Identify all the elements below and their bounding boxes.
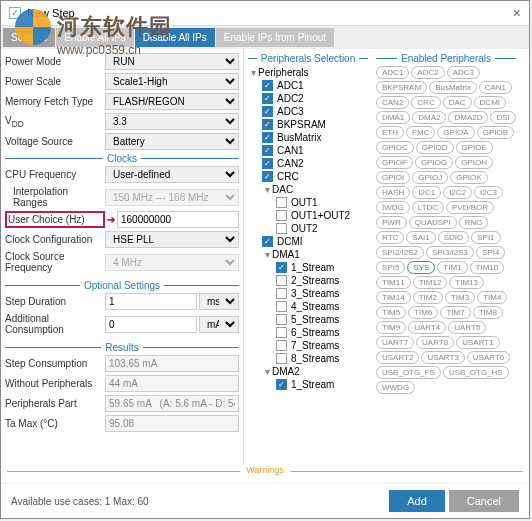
tree-label[interactable]: BusMatrix — [277, 132, 321, 143]
tree-checkbox[interactable] — [276, 275, 287, 286]
periph-chip[interactable]: USB_OTG_HS — [443, 366, 509, 379]
periph-chip[interactable]: TIM8 — [473, 306, 503, 319]
tree-label[interactable]: 8_Streams — [291, 353, 339, 364]
periph-chip[interactable]: GPIOJ — [412, 171, 448, 184]
tree-label[interactable]: BKPSRAM — [277, 119, 326, 130]
clock-cfg-select[interactable]: HSE PLL — [105, 231, 239, 248]
periph-chip[interactable]: SYS — [407, 261, 435, 274]
periph-chip[interactable]: GPIOC — [376, 141, 414, 154]
periph-chip[interactable]: SPI3/I2S3 — [426, 246, 474, 259]
tree-label[interactable]: 3_Streams — [291, 288, 339, 299]
periph-chip[interactable]: IWDG — [376, 201, 410, 214]
periph-chip[interactable]: GPIOK — [450, 171, 487, 184]
periph-chip[interactable]: TIM14 — [376, 291, 411, 304]
periph-chip[interactable]: BKPSRAM — [376, 81, 427, 94]
tree-checkbox[interactable] — [276, 340, 287, 351]
tree-checkbox[interactable]: ✓ — [262, 236, 273, 247]
periph-chip[interactable]: ADC3 — [447, 66, 480, 79]
periph-chip[interactable]: GPIOB — [477, 126, 514, 139]
periph-chip[interactable]: SPI1 — [471, 231, 500, 244]
periph-chip[interactable]: ADC1 — [376, 66, 409, 79]
periph-chip[interactable]: SAI1 — [406, 231, 435, 244]
tree-label[interactable]: ADC1 — [277, 80, 304, 91]
periph-chip[interactable]: TIM6 — [408, 306, 438, 319]
tree-label[interactable]: Peripherals — [258, 67, 309, 78]
tree-twisty-icon[interactable]: ▾ — [262, 366, 272, 377]
periph-chip[interactable]: TIM12 — [413, 276, 448, 289]
cancel-button[interactable]: Cancel — [449, 490, 519, 512]
periph-chip[interactable]: DMA1 — [376, 111, 410, 124]
tree-twisty-icon[interactable]: ▾ — [262, 184, 272, 195]
tree-label[interactable]: CRC — [277, 171, 299, 182]
periph-chip[interactable]: SPI2/I2S2 — [376, 246, 424, 259]
periph-chip[interactable]: GPIOA — [437, 126, 474, 139]
tree-checkbox[interactable]: ✓ — [262, 80, 273, 91]
periph-chip[interactable]: TIM4 — [477, 291, 507, 304]
periph-chip[interactable]: ADC2 — [411, 66, 444, 79]
step-duration-unit[interactable]: ms — [199, 293, 239, 310]
periph-chip[interactable]: USART2 — [376, 351, 419, 364]
tree-label[interactable]: DAC — [272, 184, 293, 195]
enable-all-button[interactable]: Enable All IPs — [56, 28, 134, 47]
periph-chip[interactable]: TIM10 — [470, 261, 505, 274]
periph-chip[interactable]: WWDG — [376, 381, 415, 394]
tree-checkbox[interactable]: ✓ — [262, 171, 273, 182]
periph-chip[interactable]: TIM2 — [413, 291, 443, 304]
tree-label[interactable]: OUT2 — [291, 223, 318, 234]
tree-label[interactable]: CAN1 — [277, 145, 304, 156]
tree-checkbox[interactable] — [276, 327, 287, 338]
periph-chip[interactable]: CRC — [411, 96, 440, 109]
periph-chip[interactable]: QUADSPI — [409, 216, 457, 229]
tree-label[interactable]: OUT1 — [291, 197, 318, 208]
periph-chip[interactable]: TIM11 — [376, 276, 411, 289]
tree-label[interactable]: 7_Streams — [291, 340, 339, 351]
periph-chip[interactable]: USART6 — [467, 351, 510, 364]
user-choice-input[interactable] — [117, 211, 239, 228]
periph-chip[interactable]: BusMatrix — [429, 81, 477, 94]
periph-chip[interactable]: USART3 — [421, 351, 464, 364]
step-duration-input[interactable] — [105, 293, 197, 310]
periph-chip[interactable]: GPIOD — [416, 141, 454, 154]
tree-checkbox[interactable]: ✓ — [262, 145, 273, 156]
tree-label[interactable]: 5_Streams — [291, 314, 339, 325]
vdd-select[interactable]: 3.3 — [105, 113, 239, 130]
periph-chip[interactable]: USB_OTG_FS — [376, 366, 441, 379]
periph-chip[interactable]: UART5 — [448, 321, 486, 334]
tree-checkbox[interactable] — [276, 353, 287, 364]
periph-chip[interactable]: SPI4 — [476, 246, 505, 259]
disable-all-button[interactable]: Disable All IPs — [135, 28, 215, 47]
periph-chip[interactable]: TIM13 — [449, 276, 484, 289]
tree-checkbox[interactable]: ✓ — [276, 262, 287, 273]
enable-pinout-button[interactable]: Enable IPs from Pinout — [216, 28, 334, 47]
periph-chip[interactable]: DSI — [490, 111, 515, 124]
periph-chip[interactable]: SDIO — [438, 231, 470, 244]
tree-checkbox[interactable] — [276, 223, 287, 234]
tree-label[interactable]: 1_Stream — [291, 379, 334, 390]
periph-chip[interactable]: TIM5 — [376, 306, 406, 319]
add-button[interactable]: Add — [389, 490, 445, 512]
periph-chip[interactable]: DCMI — [474, 96, 506, 109]
periph-chip[interactable]: UART8 — [416, 336, 454, 349]
tree-label[interactable]: DMA1 — [272, 249, 300, 260]
tree-label[interactable]: 1_Stream — [291, 262, 334, 273]
periph-chip[interactable]: GPIOH — [455, 156, 493, 169]
tree-label[interactable]: CAN2 — [277, 158, 304, 169]
power-mode-select[interactable]: RUN — [105, 53, 239, 70]
tree-label[interactable]: DMA2 — [272, 366, 300, 377]
periph-chip[interactable]: TIM7 — [440, 306, 470, 319]
periph-chip[interactable]: PVD/BOR — [446, 201, 494, 214]
periph-chip[interactable]: UART4 — [408, 321, 446, 334]
tree-checkbox[interactable]: ✓ — [262, 158, 273, 169]
tree-twisty-icon[interactable]: ▾ — [248, 67, 258, 78]
tree-checkbox[interactable]: ✓ — [262, 119, 273, 130]
periph-chip[interactable]: I2C2 — [443, 186, 472, 199]
cpu-freq-select[interactable]: User-defined — [105, 166, 239, 183]
periph-chip[interactable]: GPIOI — [376, 171, 410, 184]
periph-chip[interactable]: TIM3 — [445, 291, 475, 304]
periph-chip[interactable]: FMC — [406, 126, 435, 139]
tree-checkbox[interactable]: ✓ — [262, 106, 273, 117]
periph-chip[interactable]: CAN2 — [376, 96, 409, 109]
periph-chip[interactable]: DAC — [443, 96, 472, 109]
tree-checkbox[interactable]: ✓ — [276, 379, 287, 390]
power-scale-select[interactable]: Scale1-High — [105, 73, 239, 90]
